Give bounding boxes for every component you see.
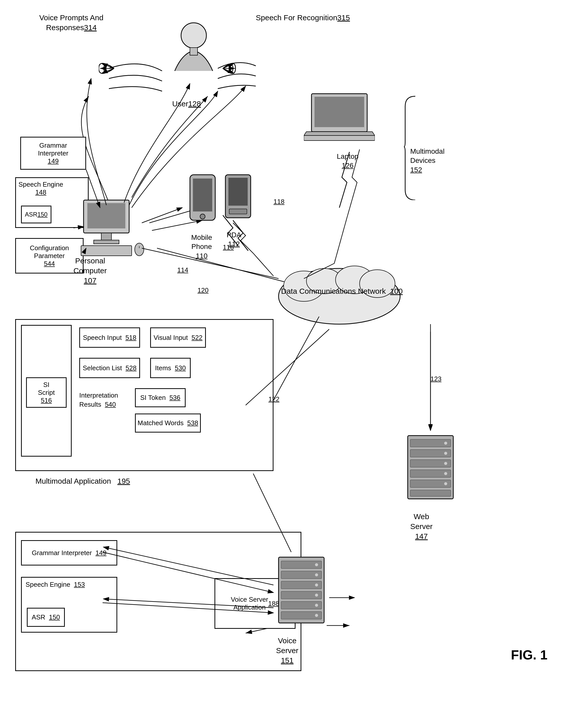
laptop-label: Laptop126 xyxy=(337,152,358,170)
web-server-icon xyxy=(403,431,458,506)
svg-point-52 xyxy=(444,472,447,475)
svg-point-66 xyxy=(315,614,318,617)
data-network-cloud xyxy=(273,263,405,329)
voice-server-label: VoiceServer151 xyxy=(276,636,298,665)
speech-input-box: Speech Input 518 xyxy=(79,327,140,348)
line-120-label: 120 xyxy=(197,286,208,295)
data-network-label: Data Communications Network 100 xyxy=(281,286,403,296)
personal-computer-icon xyxy=(79,198,144,258)
laptop-icon xyxy=(304,91,375,147)
svg-point-64 xyxy=(315,594,318,597)
si-script-box: SIScript516 xyxy=(26,377,67,408)
figure-label: FIG. 1 xyxy=(511,647,548,662)
voice-prompts-ref: 314 xyxy=(84,23,97,32)
multimodal-app-label: Multimodal Application 195 xyxy=(35,476,130,486)
si-script-grammar-box: SIScript516 Grammar104 xyxy=(21,325,72,457)
pda-icon xyxy=(220,172,256,228)
speech-engine-outer-box: Speech Engine148 ASR150 xyxy=(15,177,89,228)
svg-point-61 xyxy=(315,563,318,566)
grammar-interpreter-bottom-box: Grammar Interpreter 149 xyxy=(21,540,117,565)
line-123-label: 123 xyxy=(430,375,441,383)
svg-line-71 xyxy=(142,208,182,223)
svg-point-30 xyxy=(200,214,205,219)
svg-rect-36 xyxy=(304,136,375,141)
voice-prompts-waves xyxy=(99,46,155,91)
svg-point-63 xyxy=(315,583,318,587)
personal-computer-label: PersonalComputer107 xyxy=(73,256,107,286)
svg-rect-48 xyxy=(410,490,451,496)
mobile-phone-label: MobilePhone110 xyxy=(191,233,212,260)
svg-rect-25 xyxy=(81,246,132,256)
svg-rect-23 xyxy=(101,233,111,241)
web-server-label: WebServer147 xyxy=(410,512,432,541)
speech-engine-bottom-outer: Speech Engine 153 ASR 150 xyxy=(21,577,117,633)
svg-point-62 xyxy=(315,573,318,576)
svg-point-51 xyxy=(444,462,447,465)
grammar-interpreter-top-box: GrammarInterpreter149 xyxy=(20,137,86,170)
svg-point-19 xyxy=(181,23,206,48)
asr-bottom-box: ASR 150 xyxy=(27,608,65,627)
line-116-label: 116 xyxy=(223,243,234,252)
svg-rect-29 xyxy=(193,178,212,212)
svg-rect-33 xyxy=(229,209,247,214)
interpretation-results-label: InterpretationResults 540 xyxy=(79,391,130,409)
svg-point-50 xyxy=(444,452,447,455)
svg-rect-35 xyxy=(315,97,364,127)
visual-input-box: Visual Input 522 xyxy=(150,327,206,348)
svg-point-26 xyxy=(135,243,144,256)
items-box: Items 530 xyxy=(150,358,191,378)
svg-rect-24 xyxy=(94,240,119,244)
voice-prompts-label: Voice Prompts And Responses314 xyxy=(39,13,103,32)
si-token-box: SI Token 536 xyxy=(135,388,186,407)
svg-point-53 xyxy=(444,482,447,485)
mobile-phone-icon xyxy=(182,172,223,233)
user-icon xyxy=(162,20,225,101)
svg-rect-22 xyxy=(87,203,125,228)
svg-rect-32 xyxy=(229,178,248,206)
bottom-left-box: Grammar Interpreter 149 Speech Engine 15… xyxy=(15,532,301,671)
multimodal-brace xyxy=(403,94,418,200)
svg-point-49 xyxy=(444,442,447,445)
speech-recognition-ref: 315 xyxy=(337,13,350,22)
svg-line-15 xyxy=(101,68,114,73)
line-118-label: 118 xyxy=(273,198,284,206)
svg-rect-20 xyxy=(190,48,197,55)
user-label: User128 xyxy=(172,99,201,109)
svg-point-65 xyxy=(315,604,318,607)
asr-top-box: ASR150 xyxy=(21,206,52,223)
line-114-label: 114 xyxy=(177,266,188,275)
selection-list-box: Selection List 528 xyxy=(79,358,140,378)
multimodal-app-box: SIScript516 Grammar104 Speech Input 518 … xyxy=(15,319,273,471)
speech-recognition-label: Speech For Recognition315 xyxy=(256,13,350,22)
voice-server-icon xyxy=(273,552,329,633)
diagram: Voice Prompts And Responses314 Speech Fo… xyxy=(0,0,588,703)
svg-line-13 xyxy=(101,63,114,68)
matched-words-box: Matched Words 538 xyxy=(135,413,201,433)
